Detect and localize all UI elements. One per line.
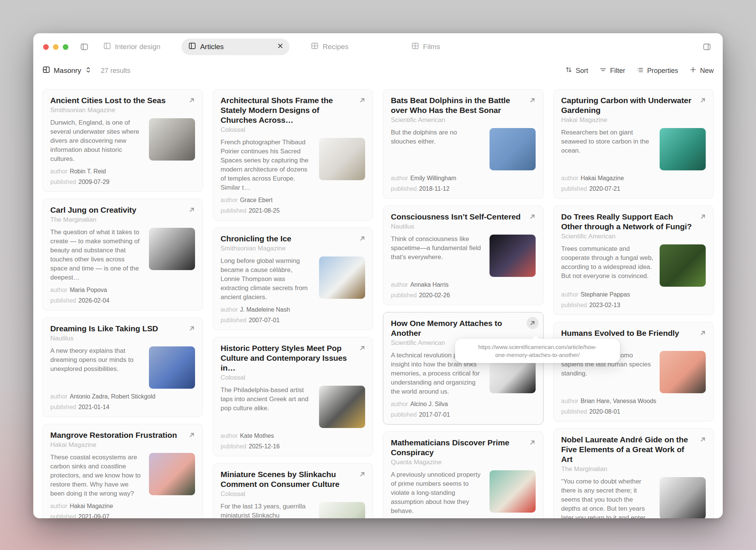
open-link-icon[interactable] — [527, 94, 539, 106]
article-card-andre-gide[interactable]: Nobel Laureate André Gide on the Five El… — [553, 428, 714, 518]
card-title: Bats Beat Dolphins in the Battle over Wh… — [391, 96, 536, 115]
card-title: Consciousness Isn’t Self-Centered — [391, 212, 536, 222]
grid-column-3: Bats Beat Dolphins in the Battle over Wh… — [383, 89, 544, 518]
card-published-row: published2020-02-26 — [391, 291, 536, 300]
open-link-icon[interactable] — [356, 468, 368, 480]
open-link-icon[interactable] — [356, 342, 368, 354]
article-card-slinkachu[interactable]: Miniature Scenes by Slinkachu Comment on… — [213, 463, 373, 518]
card-thumbnail — [319, 138, 365, 180]
sidebar-left-toggle-icon[interactable] — [78, 41, 90, 53]
article-card-ancient-cities[interactable]: Ancient Cities Lost to the Seas Smithson… — [42, 89, 203, 192]
card-thumbnail — [149, 228, 195, 270]
plus-icon — [689, 66, 697, 75]
card-thumbnail — [319, 502, 365, 518]
open-link-icon[interactable] — [697, 433, 709, 445]
card-thumbnail — [149, 118, 195, 161]
article-card-prime-conspiracy[interactable]: Mathematicians Discover Prime Conspiracy… — [383, 431, 544, 518]
card-published-row: published2009-07-29 — [50, 178, 195, 186]
card-published-row: published2017-07-01 — [391, 411, 536, 419]
article-card-mangrove[interactable]: Mangrove Restoration Frustration Hakai M… — [42, 424, 203, 518]
card-thumbnail — [660, 244, 706, 287]
article-card-trees-fungi[interactable]: Do Trees Really Support Each Other throu… — [553, 205, 714, 315]
card-source: Colossal — [221, 125, 366, 134]
card-description: “You come to doubt whether there is any … — [561, 477, 654, 518]
app-window: Interior design Articles Recipes — [33, 33, 723, 518]
card-description: Researchers bet on giant seaweed to stor… — [561, 128, 654, 170]
open-link-icon[interactable] — [186, 322, 198, 334]
open-link-icon[interactable] — [697, 94, 709, 106]
card-source: Hakai Magazine — [561, 116, 706, 124]
open-link-icon[interactable] — [186, 94, 198, 106]
masonry-grid: Ancient Cities Lost to the Seas Smithson… — [33, 81, 723, 518]
open-link-icon[interactable] — [527, 436, 539, 448]
card-published-row: published2018-11-12 — [391, 185, 536, 193]
view-mode-select[interactable]: Masonry — [42, 66, 91, 76]
card-description: A new theory explains that dreaming open… — [50, 346, 143, 389]
article-card-consciousness[interactable]: Consciousness Isn’t Self-Centered Nautil… — [383, 205, 544, 305]
open-link-icon[interactable] — [527, 317, 539, 329]
zoom-window-button[interactable] — [63, 44, 68, 50]
sort-button[interactable]: Sort — [565, 66, 588, 75]
tab-films[interactable]: Films — [411, 42, 440, 52]
article-card-churches[interactable]: Architectural Shots Frame the Stately Mo… — [213, 89, 373, 221]
tab-recipes[interactable]: Recipes — [311, 42, 349, 52]
article-card-dreaming-lsd[interactable]: Dreaming Is Like Taking LSD Nautilus A n… — [42, 317, 203, 417]
open-link-icon[interactable] — [186, 429, 198, 441]
filter-button[interactable]: Filter — [600, 66, 625, 75]
window-controls — [43, 44, 68, 50]
article-card-pottery[interactable]: Historic Pottery Styles Meet Pop Culture… — [213, 337, 373, 456]
card-title: Miniature Scenes by Slinkachu Comment on… — [221, 470, 366, 489]
card-author-row: authorEmily Willingham — [391, 174, 536, 182]
grid-column-1: Ancient Cities Lost to the Seas Smithson… — [42, 89, 203, 518]
minimize-window-button[interactable] — [53, 44, 59, 50]
card-author-row: authorGrace Ebert — [221, 196, 366, 204]
titlebar: Interior design Articles Recipes — [33, 33, 723, 60]
open-link-icon[interactable] — [697, 327, 709, 339]
open-link-icon[interactable] — [356, 94, 368, 106]
grid-column-4: Capturing Carbon with Underwater Gardeni… — [553, 89, 714, 518]
card-published-row: published2007-07-01 — [221, 316, 366, 324]
article-card-carbon-gardening[interactable]: Capturing Carbon with Underwater Gardeni… — [553, 89, 714, 199]
card-description: For the last 13 years, guerrilla miniatu… — [221, 502, 313, 518]
new-button[interactable]: New — [689, 66, 714, 75]
tab-articles[interactable]: Articles — [181, 39, 290, 55]
card-source: Scientific American — [391, 116, 536, 124]
grid-icon — [311, 42, 319, 52]
card-author-row: authorAnnaka Harris — [391, 281, 536, 289]
card-source: Scientific American — [561, 232, 706, 241]
card-thumbnail — [149, 346, 195, 389]
close-window-button[interactable] — [43, 44, 49, 50]
article-card-carl-jung[interactable]: Carl Jung on Creativity The Marginalian … — [42, 199, 203, 311]
article-card-bats-sonar[interactable]: Bats Beat Dolphins in the Battle over Wh… — [383, 89, 544, 199]
card-thumbnail — [490, 128, 536, 170]
card-description: The Philadelphia-based artist taps into … — [221, 386, 313, 428]
card-source: The Marginalian — [50, 215, 195, 224]
chevron-up-down-icon — [85, 66, 91, 76]
article-card-humans-friendly[interactable]: Humans Evolved to Be Friendly Scientific… — [553, 322, 714, 422]
open-link-icon[interactable] — [697, 210, 709, 222]
open-link-icon[interactable] — [356, 232, 368, 244]
card-published-row: published2026-02-04 — [50, 297, 195, 305]
open-link-icon[interactable] — [527, 210, 539, 222]
grid-icon — [411, 42, 419, 52]
card-source: Colossal — [221, 490, 366, 498]
link-preview-tooltip: https://www.scientificamerican.com/artic… — [455, 339, 620, 363]
open-link-icon[interactable] — [186, 204, 198, 216]
card-source: Colossal — [221, 373, 366, 382]
toolbar-actions: Sort Filter Properties New — [565, 66, 714, 75]
tab-label: Articles — [200, 43, 223, 51]
tab-interior-design[interactable]: Interior design — [103, 42, 160, 52]
close-tab-icon[interactable] — [277, 43, 284, 51]
card-description: These coastal ecosystems are carbon sink… — [50, 453, 143, 498]
card-title: Architectural Shots Frame the Stately Mo… — [221, 96, 366, 125]
article-card-chronicling-ice[interactable]: Chronicling the Ice Smithsonian Magazine… — [213, 227, 373, 330]
card-published-row: published2021-01-14 — [50, 403, 195, 411]
properties-button[interactable]: Properties — [637, 66, 678, 75]
card-source: Nautilus — [391, 222, 536, 231]
card-author-row: authorAntonio Zadra, Robert Stickgold — [50, 392, 195, 401]
card-author-row: authorKate Mothes — [221, 432, 366, 440]
card-author-row: authorMaria Popova — [50, 286, 195, 294]
article-card-memory[interactable]: How One Memory Attaches to Another Scien… — [383, 312, 544, 425]
card-published-row: published2020-08-01 — [561, 408, 706, 416]
sidebar-right-toggle-icon[interactable] — [701, 41, 713, 53]
